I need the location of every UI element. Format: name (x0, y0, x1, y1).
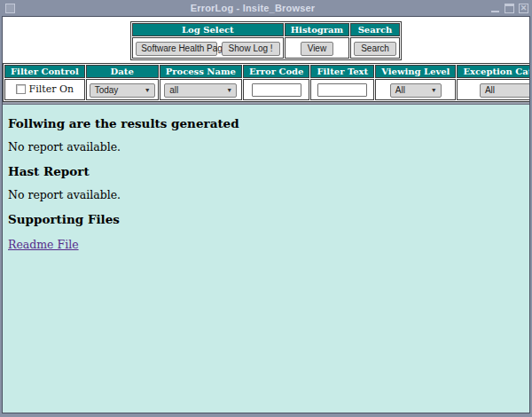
filter-table: Filter Control Date Process Name Error C… (3, 63, 530, 102)
hast-report-status: No report available. (8, 188, 524, 201)
search-header: Search (350, 23, 400, 36)
date-header: Date (86, 65, 159, 78)
app-window: ErrorLog - Insite_Browser ✕ Log Select H… (0, 0, 532, 417)
filter-on-label: Filter On (29, 83, 74, 95)
page-dropdown[interactable]: Software Health Page ▼ (136, 42, 217, 56)
date-cell: Today ▼ (86, 79, 159, 100)
filter-text-input[interactable] (317, 83, 367, 97)
close-icon: ✕ (519, 4, 528, 13)
close-button[interactable]: ✕ (519, 4, 528, 13)
viewing-level-cell: All ▼ (375, 79, 456, 100)
maximize-icon (505, 4, 514, 13)
error-code-cell (243, 79, 310, 100)
chevron-down-icon: ▼ (145, 87, 151, 93)
supporting-files-heading: Supporting Files (8, 212, 524, 226)
filter-text-header: Filter Text (310, 65, 374, 78)
search-cell: Search (350, 37, 400, 59)
page-dropdown-value: Software Health Page (141, 43, 227, 53)
viewing-level-header: Viewing Level (375, 65, 456, 78)
window-body: Log Select Histogram Search Software Hea… (2, 16, 530, 413)
exception-category-dropdown-value: All (485, 85, 495, 95)
process-name-header: Process Name (160, 65, 242, 78)
error-code-header: Error Code (243, 65, 310, 78)
filter-control-cell: Filter On (4, 79, 85, 100)
viewing-level-dropdown[interactable]: All ▼ (390, 83, 442, 98)
date-dropdown[interactable]: Today ▼ (90, 83, 155, 98)
exception-category-cell: All ▼ (457, 79, 530, 100)
toolbar-panel: Log Select Histogram Search Software Hea… (3, 17, 529, 104)
filter-on-checkbox[interactable] (16, 84, 26, 94)
process-name-dropdown[interactable]: all ▼ (164, 83, 237, 98)
exception-category-dropdown[interactable]: All ▼ (480, 83, 530, 98)
view-button[interactable]: View (301, 42, 334, 56)
titlebar: ErrorLog - Insite_Browser ✕ (0, 0, 532, 16)
show-log-button[interactable]: Show Log ! (222, 42, 280, 56)
chevron-down-icon: ▼ (431, 87, 437, 93)
filter-text-cell (310, 79, 374, 100)
readme-file-link[interactable]: Readme File (8, 238, 79, 251)
window-title: ErrorLog - Insite_Browser (15, 3, 490, 13)
results-heading: Follwing are the results generated (8, 116, 524, 130)
histogram-header: Histogram (285, 23, 350, 36)
results-status: No report available. (8, 140, 524, 153)
exception-category-header: Exception Category (457, 65, 530, 78)
minimize-icon (491, 11, 499, 12)
chevron-down-icon: ▼ (226, 87, 232, 93)
viewing-level-dropdown-value: All (395, 85, 405, 95)
log-select-cell: Software Health Page ▼ Show Log ! (132, 37, 284, 59)
histogram-cell: View (285, 37, 350, 59)
search-button[interactable]: Search (354, 42, 396, 56)
date-dropdown-value: Today (95, 85, 119, 95)
hast-report-heading: Hast Report (8, 164, 524, 178)
system-menu-icon[interactable] (5, 4, 15, 13)
error-code-input[interactable] (252, 83, 301, 97)
log-select-table: Log Select Histogram Search Software Hea… (130, 21, 402, 60)
filter-control-header: Filter Control (4, 65, 85, 78)
process-name-dropdown-value: all (169, 85, 178, 95)
maximize-button[interactable] (505, 4, 514, 13)
log-select-header: Log Select (132, 23, 284, 36)
report-area: Follwing are the results generated No re… (3, 104, 529, 413)
minimize-button[interactable] (490, 4, 500, 13)
process-name-cell: all ▼ (160, 79, 242, 100)
